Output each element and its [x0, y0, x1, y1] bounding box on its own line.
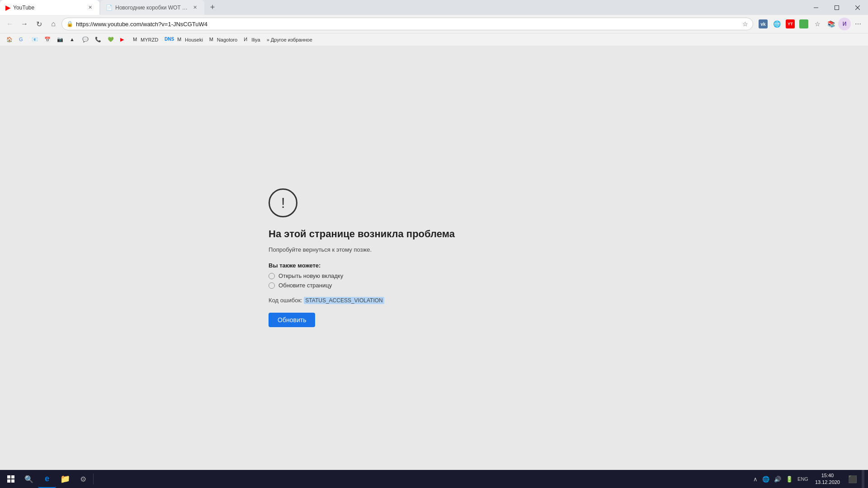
bookmark-instagram[interactable]: 📷 — [54, 35, 66, 45]
viber-bookmark-icon: 📞 — [95, 37, 101, 43]
settings-taskbar-button[interactable]: ⚙ — [74, 470, 92, 488]
address-bar[interactable]: 🔒 https://www.youtube.com/watch?v=1-JNsC… — [61, 18, 753, 30]
iliya-bookmark-icon: И — [244, 37, 250, 43]
bookmark-drive[interactable]: ▲ — [67, 35, 79, 45]
collections-button[interactable]: 📚 — [825, 18, 837, 30]
ext-red-button[interactable]: YT — [784, 18, 797, 30]
lock-icon: 🔒 — [66, 21, 73, 27]
vk-extension-button[interactable]: vk — [757, 18, 769, 30]
error-code-label: Код ошибок: — [269, 297, 302, 304]
minimize-button[interactable] — [806, 0, 826, 15]
favorites-button[interactable]: ☆ — [811, 18, 824, 30]
profile-button[interactable]: И — [838, 18, 851, 30]
home-button[interactable]: ⌂ — [47, 18, 60, 30]
bookmark-houseki[interactable]: МHouseki — [175, 35, 206, 45]
clock-date: 13.12.2020 — [815, 479, 840, 486]
folder-icon: 📁 — [60, 474, 70, 484]
maximize-button[interactable] — [826, 0, 847, 15]
calendar-bookmark-icon: 📅 — [44, 37, 51, 43]
bookmark-viber[interactable]: 📞 — [92, 35, 104, 45]
houseki-bookmark-label: Houseki — [185, 37, 203, 42]
bookmark-more[interactable]: »Другое избранное — [264, 35, 315, 45]
bookmark-nagotoro[interactable]: МNagotoro — [207, 35, 240, 45]
instagram-bookmark-icon: 📷 — [57, 37, 63, 43]
bookmark-home[interactable]: 🏠 — [4, 35, 15, 45]
tray-keyboard-icon[interactable]: ENG — [796, 475, 810, 483]
messenger-bookmark-icon: 💬 — [82, 37, 89, 43]
close-button[interactable] — [847, 0, 868, 15]
clock-area[interactable]: 15:40 13.12.2020 — [811, 472, 844, 486]
tab-other-favicon-icon: 📄 — [106, 5, 113, 11]
nagotoro-bookmark-label: Nagotoro — [217, 37, 237, 42]
bookmark-google[interactable]: G — [16, 35, 28, 45]
ext-green-icon — [799, 19, 808, 28]
bookmark-whatsapp[interactable]: 💚 — [105, 35, 117, 45]
edge-taskbar-button[interactable]: e — [38, 470, 56, 488]
start-button[interactable] — [2, 470, 20, 488]
globe-icon: 🌐 — [773, 20, 781, 28]
error-icon-circle: ! — [269, 188, 297, 217]
error-option-refresh: Обновите страницу — [269, 282, 332, 289]
tab-youtube[interactable]: ▶ YouTube ✕ — [0, 0, 99, 15]
tab-other[interactable]: 📄 Новогодние коробки WOT 202... ✕ — [100, 0, 204, 15]
dns-bookmark-icon: DNS — [165, 37, 171, 43]
tab-youtube-close-button[interactable]: ✕ — [86, 4, 94, 12]
error-options-title: Вы также можете: — [269, 262, 321, 269]
bookmark-dns[interactable]: DNS — [162, 35, 174, 45]
iliya-bookmark-label: Iliya — [251, 37, 260, 42]
tray-volume-icon[interactable]: 🔊 — [773, 475, 783, 483]
vk-icon: vk — [759, 19, 768, 28]
home-bookmark-icon: 🏠 — [6, 37, 13, 43]
notification-button[interactable]: ⬛ — [845, 470, 860, 488]
reload-button[interactable]: ↻ — [33, 18, 45, 30]
bookmark-star-icon[interactable]: ☆ — [742, 20, 748, 28]
translate-button[interactable]: 🌐 — [770, 18, 783, 30]
search-taskbar-icon: 🔍 — [24, 475, 33, 483]
show-desktop-button[interactable] — [862, 470, 864, 488]
back-button[interactable]: ← — [4, 18, 16, 30]
tray-battery-icon[interactable]: 🔋 — [784, 475, 794, 483]
bookmark-iliya[interactable]: ИIliya — [241, 35, 263, 45]
bookmark-calendar[interactable]: 📅 — [42, 35, 53, 45]
taskbar-right: ∧ 🌐 🔊 🔋 ENG 15:40 13.12.2020 ⬛ — [752, 470, 866, 488]
more-bookmarks-icon: » — [267, 37, 269, 42]
nagotoro-bookmark-icon: М — [209, 37, 216, 43]
houseki-bookmark-icon: М — [177, 37, 184, 43]
refresh-button[interactable]: Обновить — [269, 313, 315, 327]
settings-button[interactable]: ⋯ — [852, 18, 864, 30]
option-bullet-2 — [269, 282, 275, 289]
browser-frame: ▶ YouTube ✕ 📄 Новогодние коробки WOT 202… — [0, 0, 868, 488]
ext-green-button[interactable] — [797, 18, 810, 30]
error-option-refresh-label: Обновите страницу — [278, 282, 332, 289]
youtube-favicon-icon: ▶ — [5, 4, 10, 11]
bookmark-gmail[interactable]: 📧 — [29, 35, 41, 45]
bookmark-youtube-bm[interactable]: ▶ — [118, 35, 129, 45]
error-option-new-tab: Открыть новую вкладку — [269, 272, 343, 279]
error-title: На этой странице возникла проблема — [269, 228, 455, 240]
notification-icon: ⬛ — [848, 475, 857, 483]
error-option-new-tab-label: Открыть новую вкладку — [278, 272, 343, 279]
tab-other-close-button[interactable]: ✕ — [191, 4, 199, 12]
whatsapp-bookmark-icon: 💚 — [108, 37, 114, 43]
tab-other-title: Новогодние коробки WOT 202... — [115, 5, 188, 11]
forward-button[interactable]: → — [18, 18, 31, 30]
explorer-taskbar-button[interactable]: 📁 — [56, 470, 74, 488]
error-code-value: STATUS_ACCESS_VIOLATION — [304, 297, 384, 304]
option-bullet-1 — [269, 273, 275, 279]
more-bookmarks-label: Другое избранное — [271, 37, 312, 42]
gmail-bookmark-icon: 📧 — [32, 37, 38, 43]
error-subtitle: Попробуйте вернуться к этому позже. — [269, 246, 372, 253]
bookmark-myrzd[interactable]: МMYRZD — [130, 35, 161, 45]
youtube-bookmark-icon: ▶ — [120, 37, 127, 43]
svg-rect-5 — [11, 475, 14, 479]
tray-network-icon[interactable]: 🌐 — [761, 475, 771, 483]
error-container: ! На этой странице возникла проблема Поп… — [269, 188, 455, 327]
bookmark-messenger[interactable]: 💬 — [80, 35, 91, 45]
search-taskbar-button[interactable]: 🔍 — [20, 470, 38, 488]
error-exclamation-icon: ! — [281, 196, 285, 210]
tray-chevron-icon[interactable]: ∧ — [752, 475, 759, 483]
navigation-bar: ← → ↻ ⌂ 🔒 https://www.youtube.com/watch?… — [0, 15, 868, 33]
error-code-line: Код ошибок: STATUS_ACCESS_VIOLATION — [269, 297, 384, 304]
new-tab-button[interactable]: + — [206, 1, 219, 14]
ext-red-icon: YT — [786, 19, 795, 28]
